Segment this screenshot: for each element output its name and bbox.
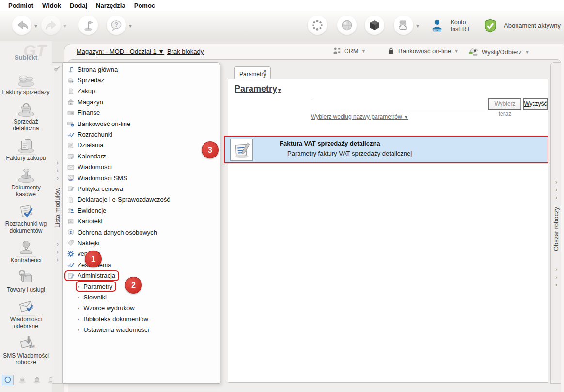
tree-item-zakup[interactable]: Zakup bbox=[63, 86, 220, 96]
tree-item-ochrona-danych-osobowych[interactable]: Ochrona danych osobowych bbox=[63, 227, 220, 237]
chevron-right-icon[interactable]: › bbox=[551, 266, 562, 273]
tree-item-magazyn[interactable]: Magazyn bbox=[63, 96, 220, 107]
menu-item-widok[interactable]: Widok bbox=[38, 2, 65, 9]
help-bubble-button[interactable]: ? bbox=[107, 16, 126, 35]
menu-item-pomoc[interactable]: Pomoc bbox=[130, 2, 159, 9]
tree-item-finanse[interactable]: Finanse bbox=[63, 108, 220, 118]
caret-down-icon[interactable]: ▼ bbox=[415, 23, 420, 29]
tree-item-administracja[interactable]: Administracja bbox=[63, 270, 220, 281]
sidebar-item-sprzedaż-detaliczna[interactable]: Sprzedaż detaliczna bbox=[0, 99, 52, 132]
chevron-right-icon[interactable]: › bbox=[52, 256, 63, 263]
tree-item-label: Działania bbox=[78, 141, 103, 149]
tab-parametry[interactable]: Parametry ✕ bbox=[234, 66, 271, 79]
chevron-right-icon[interactable]: › bbox=[52, 167, 63, 174]
konto-insert-label[interactable]: KontoInsERT bbox=[451, 19, 470, 32]
sidebar-item-label: SMS Wiadomości robocze bbox=[1, 352, 51, 366]
sidebar-item-kontrahenci[interactable]: Kontrahenci bbox=[0, 237, 52, 264]
chevron-right-icon[interactable]: › bbox=[52, 249, 63, 255]
sidebar-item-faktury-zakupu[interactable]: Faktury zakupu bbox=[0, 135, 52, 161]
chevron-right-icon[interactable]: › bbox=[52, 159, 63, 166]
select-now-button[interactable]: Wybierz teraz bbox=[488, 98, 521, 110]
menu-item-podmiot[interactable]: Podmiot bbox=[4, 2, 38, 9]
parameter-search-input[interactable] bbox=[311, 99, 485, 109]
chevron-right-icon[interactable]: › bbox=[52, 175, 63, 182]
sidebar-item-sms-wiadomości-robocze[interactable]: SMSSMS Wiadomości robocze bbox=[0, 333, 52, 366]
chevron-right-icon[interactable]: › bbox=[551, 187, 562, 193]
menu-item-dodaj[interactable]: Dodaj bbox=[65, 2, 92, 9]
sync-dots-button[interactable] bbox=[308, 16, 327, 35]
page-title[interactable]: Parametry▾ bbox=[235, 84, 281, 94]
caret-down-icon[interactable]: ▼ bbox=[33, 23, 38, 29]
pin-icon[interactable] bbox=[53, 64, 62, 73]
crm-dropdown[interactable]: CRM ▼ bbox=[332, 47, 366, 55]
filter-by-name-link[interactable]: Wybierz według nazwy parametrów ▼ bbox=[311, 113, 408, 120]
tree-item-wzorce-wydruków[interactable]: ●Wzorce wydruków bbox=[63, 303, 220, 314]
abonament-shield-icon[interactable] bbox=[481, 16, 500, 35]
cloud-server-button[interactable] bbox=[394, 16, 413, 35]
clear-button[interactable]: Wyczyść bbox=[523, 98, 548, 110]
caret-down-icon[interactable]: ▼ bbox=[63, 23, 67, 29]
nav-back-button[interactable] bbox=[12, 16, 31, 35]
bullet-icon: ● bbox=[78, 328, 79, 331]
result-title: Faktura VAT sprzedaży detaliczna bbox=[280, 140, 380, 147]
annotation-rectangle: ●Parametry bbox=[76, 281, 116, 292]
labels-icon bbox=[67, 239, 75, 247]
close-icon[interactable]: ✕ bbox=[263, 68, 267, 75]
globe-button[interactable] bbox=[337, 16, 357, 35]
banking-dropdown[interactable]: Bankowość on-line ▼ bbox=[387, 47, 459, 55]
result-item-faktura-vat[interactable]: Faktura VAT sprzedaży detaliczna Paramet… bbox=[224, 136, 548, 163]
lock-status-link[interactable]: Brak blokady bbox=[167, 48, 204, 55]
send-receive-dropdown[interactable]: Wyślij/Odbierz ▼ bbox=[468, 47, 530, 57]
chevron-right-icon[interactable]: › bbox=[551, 282, 562, 288]
sidebar-item-rozrachunki-wg-dokumentów[interactable]: Rozrachunki wg dokumentów bbox=[0, 201, 52, 234]
tree-item-sprzedaż[interactable]: Sprzedaż bbox=[63, 75, 220, 85]
svg-text:?: ? bbox=[114, 21, 118, 28]
insert-account-icon: InsERT bbox=[430, 18, 444, 32]
sidebar-item-dokumenty-kasowe[interactable]: Dokumenty kasowe bbox=[0, 165, 52, 198]
abonament-shield-icon bbox=[483, 18, 498, 33]
tree-item-biblioteka-dokumentów[interactable]: ●Biblioteka dokumentów bbox=[63, 314, 220, 324]
tree-item-polityka-cenowa[interactable]: Polityka cenowa bbox=[63, 183, 220, 194]
sidebar-item-wiadomości-odebrane[interactable]: Wiadomości odebrane bbox=[0, 297, 52, 329]
modules-tree-panel: Strona głównaSprzedażZakupMagazynFinanse… bbox=[63, 62, 220, 384]
bullet-icon: ● bbox=[78, 317, 79, 321]
tree-item-słowniki[interactable]: ●Słowniki bbox=[63, 292, 220, 302]
chevron-right-icon[interactable]: › bbox=[551, 179, 562, 186]
magazyn-selector[interactable]: Magazyn: - MOD - Oddział 1 ▼ bbox=[77, 48, 164, 55]
send-receive-icon bbox=[468, 47, 479, 57]
tree-item-wiadomości[interactable]: Wiadomości bbox=[63, 162, 220, 172]
cash-documents-icon bbox=[17, 165, 35, 184]
chevron-right-icon[interactable]: › bbox=[551, 194, 562, 201]
flag-button[interactable] bbox=[78, 16, 98, 35]
sidebar-item-faktury-sprzedaży[interactable]: Faktury sprzedaży bbox=[0, 69, 52, 95]
tree-item-naklejki[interactable]: Naklejki bbox=[63, 237, 220, 248]
tree-item-bankowość-on-line[interactable]: eBankowość on-line bbox=[63, 118, 220, 129]
tree-item-ustawienia-wiadomości[interactable]: ●Ustawienia wiadomości bbox=[63, 324, 220, 335]
tree-item-wiadomości-sms[interactable]: SMSWiadomości SMS bbox=[63, 172, 220, 183]
cube-button[interactable] bbox=[365, 16, 384, 35]
tree-item-label: Rozrachunki bbox=[78, 131, 112, 138]
module-sidebar: GT Subiekt Faktury sprzedażySprzedaż det… bbox=[0, 41, 52, 392]
tree-item-deklaracje-i-e-sprawozdawczość[interactable]: Deklaracje i e-Sprawozdawczość bbox=[63, 194, 220, 205]
tree-item-działania[interactable]: Działania bbox=[63, 140, 220, 151]
tree-item-label: Administracja bbox=[78, 272, 115, 279]
module-circle-icon[interactable] bbox=[2, 375, 14, 385]
tree-item-strona-główna[interactable]: Strona główna bbox=[63, 64, 220, 75]
modules-list-tab[interactable]: Lista modułów bbox=[54, 188, 62, 228]
tree-item-ewidencje[interactable]: Ewidencje bbox=[63, 205, 220, 216]
module-sales-icon[interactable] bbox=[16, 375, 28, 385]
caret-down-icon[interactable]: ▼ bbox=[128, 23, 133, 29]
sidebar-item-towary-i-usługi[interactable]: Towary i usługi bbox=[0, 267, 52, 293]
tree-item-kalendarz[interactable]: Kalendarz bbox=[63, 151, 220, 161]
module-retail-icon[interactable] bbox=[31, 375, 43, 385]
menu-item-narzędzia[interactable]: Narzędzia bbox=[92, 2, 130, 9]
chevron-right-icon[interactable]: › bbox=[551, 274, 562, 281]
chevron-right-icon[interactable]: › bbox=[52, 241, 63, 248]
tree-item-label: Naklejki bbox=[78, 239, 100, 247]
tree-item-rozrachunki[interactable]: Rozrachunki bbox=[63, 129, 220, 140]
work-area-tab[interactable]: Obszar roboczy bbox=[552, 207, 560, 251]
tree-item-kartoteki[interactable]: Kartoteki bbox=[63, 216, 220, 226]
insert-account-button[interactable]: InsERT bbox=[427, 16, 447, 35]
nav-forward-button[interactable] bbox=[41, 16, 61, 35]
globe-icon bbox=[341, 19, 353, 31]
